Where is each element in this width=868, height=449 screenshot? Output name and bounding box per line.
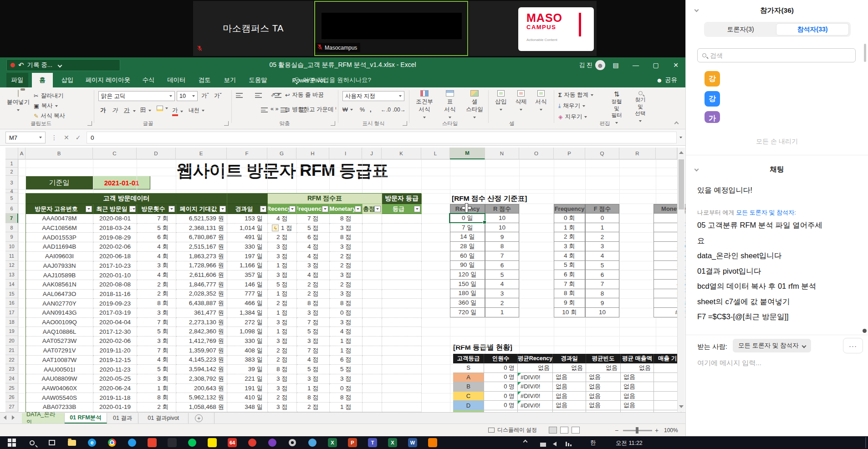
score-cell[interactable]: 8: [485, 242, 519, 251]
fill-button[interactable]: ⤓채우기: [558, 102, 585, 110]
kakaotalk-icon[interactable]: [203, 437, 221, 448]
increase-decimal-button[interactable]: ←.0: [381, 107, 391, 113]
cell[interactable]: [363, 224, 382, 233]
cell[interactable]: 3 회: [137, 261, 176, 271]
cell[interactable]: 2 점: [297, 290, 330, 299]
cell[interactable]: AAU00501I: [26, 365, 93, 374]
grade-value-cell[interactable]: 없음: [586, 363, 621, 373]
cell[interactable]: 2,368,131 원: [176, 224, 227, 233]
cell[interactable]: 3 점: [297, 337, 330, 346]
cell[interactable]: AAN09143G: [26, 308, 93, 318]
search-input[interactable]: [710, 52, 837, 59]
account-area[interactable]: 김 진 ☻: [579, 57, 605, 73]
cell[interactable]: 5 점: [297, 365, 330, 374]
score-cell[interactable]: 6 회: [554, 270, 585, 280]
score-cell[interactable]: 5: [585, 261, 619, 270]
cell[interactable]: AAU08809W: [26, 374, 93, 384]
cell[interactable]: 1 점: [268, 308, 297, 318]
cell[interactable]: [382, 346, 422, 356]
row-header-18[interactable]: 18: [5, 317, 18, 327]
column-header-N[interactable]: N: [485, 148, 519, 159]
cell[interactable]: [363, 214, 382, 224]
cell[interactable]: 8 회: [137, 393, 176, 403]
enter-icon[interactable]: ✓: [76, 134, 81, 141]
cell[interactable]: [382, 365, 422, 374]
zoom-in-button[interactable]: +: [655, 427, 659, 434]
participant-avatar-3[interactable]: 가: [705, 111, 720, 123]
cell[interactable]: [363, 356, 382, 365]
score-cell[interactable]: 10: [485, 214, 519, 223]
page-break-view-button[interactable]: [572, 427, 580, 434]
score-cell[interactable]: 2: [485, 298, 519, 308]
cell[interactable]: [363, 403, 382, 412]
cell[interactable]: 4 회: [137, 252, 176, 261]
cell[interactable]: AAJ10589B: [26, 270, 93, 280]
align-middle-icon[interactable]: [255, 93, 262, 98]
cell[interactable]: 3 점: [268, 270, 297, 280]
cell[interactable]: AAN02770Y: [26, 299, 93, 308]
score-cell[interactable]: 4 회: [554, 251, 585, 261]
cell[interactable]: [382, 290, 422, 299]
app-purple-icon[interactable]: [263, 437, 281, 448]
cell[interactable]: 3 점: [268, 318, 297, 327]
cell[interactable]: 8 점: [330, 233, 363, 242]
score-cell[interactable]: 0 회: [554, 214, 585, 223]
expand-formula-bar[interactable]: [679, 137, 682, 138]
app-orange-icon[interactable]: [424, 437, 442, 448]
excel-icon-2[interactable]: X: [383, 437, 402, 448]
cell[interactable]: 1 점: [268, 290, 297, 299]
cell[interactable]: 3 회: [137, 374, 176, 384]
score-cell[interactable]: 150 일: [450, 280, 485, 289]
filter-button[interactable]: [260, 206, 266, 212]
cell[interactable]: 2020-05-25: [93, 374, 137, 384]
grade-value-cell[interactable]: 없음: [621, 401, 654, 410]
cell[interactable]: 466 일: [227, 299, 268, 308]
score-cell[interactable]: 10: [485, 223, 519, 233]
column-header-M[interactable]: M: [450, 148, 485, 159]
conditional-formatting-button[interactable]: 조건부서식: [413, 90, 436, 120]
select-all-corner[interactable]: [5, 148, 18, 159]
maximize-button[interactable]: ▢: [646, 57, 665, 73]
cell[interactable]: AAJ07933N: [26, 261, 93, 271]
panel-scrollbar[interactable]: [864, 44, 866, 62]
cell[interactable]: 8 점: [330, 393, 363, 403]
row-header-19[interactable]: 19: [5, 327, 18, 337]
grade-value-cell[interactable]: 없음: [553, 363, 586, 373]
cell[interactable]: 2018-03-24: [93, 224, 137, 233]
horizontal-scrollbar[interactable]: [214, 413, 677, 424]
cell[interactable]: [382, 233, 422, 242]
row-header-20[interactable]: 20: [5, 336, 18, 346]
cell[interactable]: 2020-04-04: [93, 318, 137, 327]
cell[interactable]: [363, 374, 382, 384]
cell[interactable]: 4 점: [297, 270, 330, 280]
cell[interactable]: [363, 242, 382, 252]
cell[interactable]: [363, 308, 382, 318]
cell[interactable]: 272 일: [227, 318, 268, 327]
cell[interactable]: 6,438,887 원: [176, 299, 227, 308]
tray-display-icon[interactable]: [540, 440, 546, 449]
cell[interactable]: 4,145,223 원: [176, 356, 227, 365]
cell[interactable]: AAT05273W: [26, 337, 93, 346]
cell[interactable]: 3 점: [330, 224, 363, 233]
ribbon-tab-도움말[interactable]: 도움말: [245, 73, 271, 87]
grade-value-cell[interactable]: 없음: [518, 363, 553, 373]
cell[interactable]: 5 점: [297, 224, 330, 233]
cell[interactable]: 1,166 일: [227, 261, 268, 271]
cell[interactable]: 2020-02-06: [93, 242, 137, 252]
cell[interactable]: 2,515,167 원: [176, 242, 227, 252]
score-cell[interactable]: 4: [585, 251, 619, 261]
chat-more-button[interactable]: ···: [843, 338, 863, 353]
cell[interactable]: 39 일: [227, 365, 268, 374]
selected-cell-M7[interactable]: [449, 213, 485, 223]
grade-cell[interactable]: B: [453, 382, 484, 392]
cell[interactable]: 1,863,273 원: [176, 252, 227, 261]
cancel-icon[interactable]: ✕: [64, 134, 69, 141]
cell[interactable]: 7 점: [297, 214, 330, 224]
cell[interactable]: 221 일: [227, 374, 268, 384]
cell[interactable]: [382, 280, 422, 290]
grade-value-cell[interactable]: 없음: [553, 382, 586, 392]
cell[interactable]: [363, 327, 382, 337]
clipboard-dialog-launcher[interactable]: [87, 121, 92, 126]
cell[interactable]: 2 회: [137, 280, 176, 290]
cell[interactable]: [382, 356, 422, 365]
